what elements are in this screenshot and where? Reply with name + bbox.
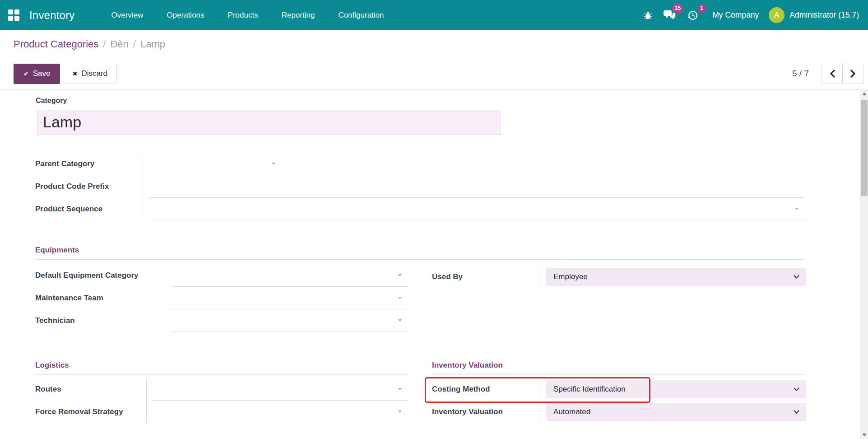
save-button[interactable]: ✔ Save xyxy=(14,64,60,84)
parent-category-label: Parent Category xyxy=(35,153,141,175)
costing-method-value: Specific Identification xyxy=(553,385,626,394)
discard-button-label: Discard xyxy=(81,69,107,78)
messages-button[interactable]: 15 xyxy=(658,0,682,30)
inventory-valuation-select[interactable]: Automated xyxy=(546,403,806,421)
apps-menu-icon[interactable] xyxy=(8,9,19,21)
vertical-scrollbar[interactable] xyxy=(860,89,868,439)
inventory-valuation-row: Inventory Valuation Automated xyxy=(432,401,806,423)
general-fields-group: Parent Category Product Code Prefix Prod… xyxy=(35,153,805,220)
bug-icon xyxy=(644,10,652,20)
costing-method-label: Costing Method xyxy=(432,378,540,401)
apps-grid-square xyxy=(14,16,19,21)
scroll-down-arrow-icon[interactable] xyxy=(862,434,867,436)
inventory-valuation-group: Costing Method Specific Identification I… xyxy=(432,378,806,423)
equipments-section-title: Equipments xyxy=(35,246,79,255)
breadcrumb-product-categories[interactable]: Product Categories xyxy=(14,38,98,50)
dropdown-caret-icon xyxy=(398,319,402,322)
product-code-prefix-row: Product Code Prefix xyxy=(35,175,805,198)
user-avatar: A xyxy=(769,7,784,23)
dropdown-caret-icon xyxy=(272,163,275,165)
chevron-down-icon xyxy=(794,408,799,414)
pager-counter: 5 / 7 xyxy=(792,69,809,79)
costing-method-select[interactable]: Specific Identification xyxy=(546,380,806,398)
user-name: Administrator (15.7) xyxy=(789,10,859,20)
dropdown-caret-icon xyxy=(795,208,798,210)
dropdown-caret-icon xyxy=(398,274,402,276)
maintenance-team-row: Maintenance Team xyxy=(35,287,408,309)
inventory-valuation-section-title: Inventory Valuation xyxy=(432,361,503,370)
inventory-valuation-value: Automated xyxy=(553,407,590,416)
company-switcher[interactable]: My Company xyxy=(712,10,759,20)
menu-reporting[interactable]: Reporting xyxy=(270,0,327,30)
apps-grid-square xyxy=(14,9,19,14)
product-code-prefix-label: Product Code Prefix xyxy=(35,175,141,198)
used-by-row: Used By Employee xyxy=(432,266,806,288)
odoo-window: Inventory Overview Operations Products R… xyxy=(0,0,868,439)
equipments-right-group: Used By Employee xyxy=(432,266,806,288)
app-name[interactable]: Inventory xyxy=(29,9,75,22)
product-sequence-row: Product Sequence xyxy=(35,198,805,220)
used-by-select[interactable]: Employee xyxy=(546,268,806,286)
systray: 15 1 My Company A Administrator (15.7) xyxy=(638,0,859,30)
dropdown-caret-icon xyxy=(398,388,402,390)
force-removal-strategy-input[interactable] xyxy=(152,401,408,423)
chevron-right-icon xyxy=(850,70,856,78)
apps-grid-square xyxy=(8,9,13,14)
dropdown-caret-icon xyxy=(398,411,402,413)
parent-category-input[interactable] xyxy=(149,153,282,175)
activities-button[interactable]: 1 xyxy=(682,0,704,30)
menu-configuration[interactable]: Configuration xyxy=(326,0,395,30)
used-by-value: Employee xyxy=(553,272,588,281)
default-equipment-category-row: Default Equipment Category xyxy=(35,264,408,287)
inventory-valuation-label: Inventory Valuation xyxy=(432,401,540,423)
apps-grid-square xyxy=(8,16,13,21)
breadcrumb-separator: / xyxy=(103,38,106,50)
discard-button[interactable]: ✖ Discard xyxy=(63,64,117,84)
category-name-input[interactable]: Lamp xyxy=(37,110,501,135)
parent-category-row: Parent Category xyxy=(35,153,805,175)
default-equipment-category-label: Default Equipment Category xyxy=(35,264,165,287)
dropdown-caret-icon xyxy=(398,297,402,299)
force-removal-strategy-row: Force Removal Strategy xyxy=(35,401,408,423)
app-menu: Overview Operations Products Reporting C… xyxy=(100,0,396,30)
logistics-group: Routes Force Removal Strategy xyxy=(35,378,408,423)
debug-bug-icon[interactable] xyxy=(638,0,658,30)
menu-products[interactable]: Products xyxy=(216,0,270,30)
product-code-prefix-input[interactable] xyxy=(149,175,805,198)
scrollbar-thumb[interactable] xyxy=(861,100,868,196)
activities-count-badge: 1 xyxy=(697,4,706,13)
save-button-label: Save xyxy=(33,69,51,78)
used-by-label: Used By xyxy=(432,266,540,288)
breadcrumb: Product Categories / Đèn / Lamp xyxy=(0,30,868,58)
x-icon: ✖ xyxy=(72,70,77,77)
breadcrumb-parent[interactable]: Đèn xyxy=(110,38,128,50)
inventory-valuation-section-rule xyxy=(432,374,805,375)
technician-row: Technician xyxy=(35,309,408,332)
default-equipment-category-input[interactable] xyxy=(171,264,408,287)
menu-overview[interactable]: Overview xyxy=(100,0,155,30)
pager-next-button[interactable] xyxy=(842,64,863,84)
logistics-section-title: Logistics xyxy=(35,361,69,370)
panel-divider xyxy=(0,89,860,90)
menu-operations[interactable]: Operations xyxy=(155,0,216,30)
control-panel: ✔ Save ✖ Discard 5 / 7 xyxy=(14,58,863,89)
technician-label: Technician xyxy=(35,309,165,332)
check-icon: ✔ xyxy=(23,70,29,77)
equipments-left-group: Default Equipment Category Maintenance T… xyxy=(35,264,408,332)
technician-input[interactable] xyxy=(171,309,408,332)
chevron-left-icon xyxy=(830,70,835,78)
activity-clock-icon xyxy=(687,10,698,21)
top-navbar: Inventory Overview Operations Products R… xyxy=(0,0,868,30)
pager-previous-button[interactable] xyxy=(822,64,843,84)
category-field-label: Category xyxy=(36,97,67,105)
force-removal-strategy-label: Force Removal Strategy xyxy=(35,401,147,423)
routes-label: Routes xyxy=(35,378,147,401)
chevron-down-icon xyxy=(794,273,799,279)
scroll-up-arrow-icon[interactable] xyxy=(862,93,867,95)
routes-input[interactable] xyxy=(152,378,408,401)
product-sequence-input[interactable] xyxy=(149,198,805,220)
pager xyxy=(822,64,863,84)
chevron-down-icon xyxy=(794,385,799,391)
user-menu[interactable]: A Administrator (15.7) xyxy=(769,7,859,23)
maintenance-team-input[interactable] xyxy=(171,287,408,309)
